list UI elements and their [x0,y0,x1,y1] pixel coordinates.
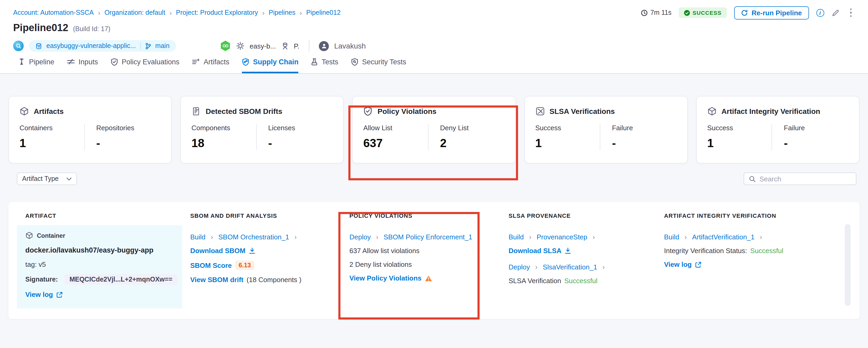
chevron-down-icon [66,177,72,181]
container-cube-icon [25,231,33,239]
search-icon [749,175,756,182]
chevron: › [475,233,482,241]
breadcrumb-organization[interactable]: Organization: default [104,9,165,16]
stage-link[interactable]: Build [508,233,524,241]
sbom-document-icon [191,107,201,116]
column-header-artifact-integrity: ARTIFACT INTEGRITY VERIFICATION [656,202,851,225]
column-header-policy-violations: POLICY VIOLATIONS [342,202,501,225]
step-link[interactable]: SBOM Orchestration_1 [218,233,289,241]
column-header-slsa-provenance: SLSA PROVENANCE [501,202,656,225]
stat-value: 18 [191,137,256,150]
flask-icon [311,58,318,65]
edit-pencil-icon[interactable] [831,9,839,17]
card-sbom-drifts[interactable]: Detected SBOM Drifts Components18 Licens… [180,96,344,164]
card-policy-violations[interactable]: Policy Violations Allow List637 Deny Lis… [352,96,516,164]
cube-icon [20,107,29,116]
security-shield-icon [351,58,359,66]
tab-artifacts[interactable]: Artifacts [192,53,229,73]
view-policy-violations-link[interactable]: View Policy Violations [349,274,422,282]
filter-row: Artifact Type [17,172,857,185]
external-link-icon [695,261,701,268]
repository-icon [35,42,42,49]
user-avatar [319,41,329,51]
trigger-webhook-icon [220,40,230,51]
stat-label: Licenses [268,124,333,132]
chevron: › [209,233,215,241]
repo-name[interactable]: easybuggy-vulnerable-applic... [46,42,136,50]
artifact-type-label: Container [37,232,65,239]
divider [309,40,309,52]
page-header: Account: Automation-SSCA › Organization:… [0,0,868,53]
search-input[interactable] [760,175,851,183]
view-log-link[interactable]: View log [664,260,692,268]
breadcrumb-separator: › [300,9,302,17]
card-slsa-verifications[interactable]: SLSA Verifications Success1 Failure- [524,96,687,164]
branch-name[interactable]: main [155,42,169,50]
artifact-type-select[interactable]: Artifact Type [17,172,77,185]
signature-label: Signature: [25,276,58,283]
chevron: › [591,233,597,241]
tab-tests[interactable]: Tests [311,53,338,73]
rerun-pipeline-button[interactable]: Re-run Pipeline [734,6,809,19]
stat-value: - [96,137,161,150]
card-artifact-integrity[interactable]: Artifact Integrity Verification Success1… [696,96,860,164]
repo-branch-pill[interactable]: easybuggy-vulnerable-applic... main [29,40,176,52]
stage-link[interactable]: Build [190,233,206,241]
breadcrumb-pipeline012[interactable]: Pipeline012 [306,9,341,16]
table-row: Container docker.io/lavakush07/easy-bugg… [8,225,860,309]
run-duration: 7m 11s [641,9,672,16]
artifact-tag: tag: v5 [25,260,175,268]
policy-violations-cell: Deploy›SBOM Policy Enforcement_1› 637 Al… [342,225,501,309]
slsa-status-label: SLSA Verification [508,277,561,285]
more-options-icon[interactable] [847,7,855,18]
artifact-name: docker.io/lavakush07/easy-buggy-app [25,246,175,254]
integrity-status-value: Successful [750,247,783,255]
supply-chain-shield-icon [242,58,249,66]
step-link[interactable]: ArtifactVerification_1 [692,233,755,241]
download-sbom-link[interactable]: Download SBOM [190,247,245,255]
tab-inputs[interactable]: Inputs [67,53,98,73]
download-slsa-link[interactable]: Download SLSA [508,247,562,255]
artifacts-list-icon [192,58,200,65]
stat-value: 1 [535,137,600,150]
inputs-icon [67,58,75,65]
trigger-type-icon [281,42,288,50]
git-branch-icon [145,42,151,49]
sbom-score-badge: 6.13 [235,260,255,270]
tab-policy-evaluations[interactable]: Policy Evaluations [111,53,180,73]
tab-supply-chain[interactable]: Supply Chain [242,53,299,73]
card-artifacts[interactable]: Artifacts Containers1 Repositories- [8,96,172,164]
download-icon [565,247,571,254]
page: Account: Automation-SSCA › Organization:… [0,0,868,348]
stage-link[interactable]: Deploy [349,233,371,241]
chevron: › [758,233,765,241]
breadcrumb-project[interactable]: Project: Product Exploratory [176,9,258,16]
table-header-row: ARTIFACT SBOM AND DRIFT ANALYSIS POLICY … [8,202,860,225]
breadcrumb-pipelines[interactable]: Pipelines [269,9,296,16]
stat-label: Success [707,124,772,132]
stage-link[interactable]: Deploy [508,263,530,271]
sbom-score-link[interactable]: SBOM Score [190,261,232,269]
stat-label: Containers [20,124,84,132]
trigger-name: easy-b... [250,42,276,50]
search-box [744,172,857,185]
stat-label: Repositories [96,124,161,132]
sbom-cell: Build›SBOM Orchestration_1› Download SBO… [182,225,342,309]
stat-label: Deny List [440,124,505,132]
tab-pipeline[interactable]: Pipeline [18,53,54,73]
stat-value: 1 [20,137,84,150]
stat-label: Components [191,124,256,132]
breadcrumb-account[interactable]: Account: Automation-SSCA [13,9,94,16]
stage-link[interactable]: Build [664,233,679,241]
artifacts-table: ARTIFACT SBOM AND DRIFT ANALYSIS POLICY … [8,202,860,319]
tab-security-tests[interactable]: Security Tests [351,53,406,73]
step-link[interactable]: SBOM Policy Enforcement_1 [384,233,472,241]
view-log-link[interactable]: View log [25,291,53,298]
step-link[interactable]: SlsaVerification_1 [543,263,597,271]
table-scrollbar[interactable] [845,224,850,306]
view-sbom-drift-link[interactable]: View SBOM drift [190,276,244,284]
info-icon[interactable]: i [816,9,824,17]
page-title: Pipeline012 [13,22,68,34]
summary-cards: Artifacts Containers1 Repositories- Dete… [8,96,860,164]
step-link[interactable]: ProvenanceStep [537,233,587,241]
